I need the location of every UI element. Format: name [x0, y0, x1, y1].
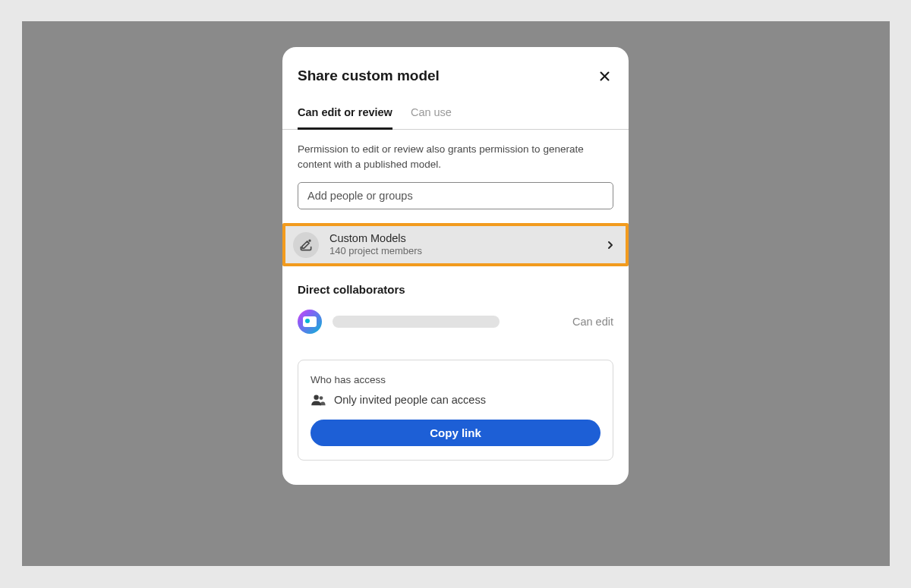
permission-description: Permission to edit or review also grants… [282, 130, 629, 182]
close-button[interactable] [595, 67, 613, 85]
project-member-count: 140 project members [329, 245, 422, 258]
project-name: Custom Models [329, 231, 422, 245]
access-description-row: Only invited people can access [310, 394, 601, 406]
people-icon [310, 394, 326, 406]
permission-tabs: Can edit or review Can use [282, 106, 629, 130]
chevron-right-icon [604, 239, 616, 251]
collaborator-info [298, 310, 500, 334]
tab-can-edit-or-review[interactable]: Can edit or review [298, 106, 392, 130]
svg-point-2 [309, 240, 310, 241]
project-text: Custom Models 140 project members [329, 231, 422, 258]
direct-collaborators-heading: Direct collaborators [282, 266, 629, 302]
project-avatar [293, 232, 319, 258]
access-heading: Who has access [310, 374, 601, 385]
close-icon [598, 70, 611, 83]
share-modal: Share custom model Can edit or review Ca… [282, 47, 629, 485]
collaborator-avatar [298, 310, 322, 334]
copy-link-button[interactable]: Copy link [310, 420, 601, 446]
collaborator-permission[interactable]: Can edit [572, 316, 613, 328]
model-icon [298, 237, 314, 253]
access-panel: Who has access Only invited people can a… [298, 360, 613, 461]
collaborator-name-redacted [333, 316, 500, 328]
access-description: Only invited people can access [334, 394, 486, 406]
tab-can-use[interactable]: Can use [411, 106, 452, 129]
collaborator-row: Can edit [282, 302, 629, 341]
add-people-input[interactable] [298, 182, 613, 209]
modal-header: Share custom model [282, 67, 629, 85]
svg-point-3 [314, 395, 318, 400]
project-members-item[interactable]: Custom Models 140 project members [282, 223, 629, 266]
project-info: Custom Models 140 project members [293, 231, 422, 258]
modal-title: Share custom model [298, 68, 440, 84]
modal-overlay: Share custom model Can edit or review Ca… [22, 21, 890, 566]
input-wrapper [282, 182, 629, 209]
svg-point-4 [320, 396, 323, 400]
